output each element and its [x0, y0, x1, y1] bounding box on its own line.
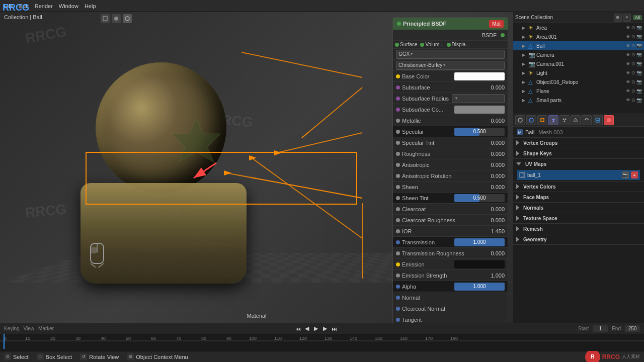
select-icon-btn[interactable]: ⊙	[4, 353, 11, 360]
subsurface-method-row[interactable]: Christiensen-Burley ▼	[393, 60, 508, 71]
particle-props-btn[interactable]	[559, 115, 570, 125]
texture-space-header[interactable]: Texture Space	[513, 213, 644, 223]
eye-btn[interactable]: 👁	[626, 34, 630, 39]
face-maps-header[interactable]: Face Maps	[513, 192, 644, 202]
eye-btn[interactable]: 👁	[626, 52, 630, 57]
jump-start-btn[interactable]: ⏮	[294, 325, 301, 332]
eye-btn[interactable]: 👁	[626, 79, 630, 84]
outliner-item-camera[interactable]: ▶ 📷 Camera 👁 ⊙ 📷	[513, 50, 644, 59]
select-mode-btn[interactable]	[101, 14, 110, 23]
outliner-item-area[interactable]: ▶ ☀ Area 👁 ⊙ 📷	[513, 23, 644, 32]
outliner-item-small-parts[interactable]: ▶ △ Small parts 👁 ⊙ 📷	[513, 96, 644, 105]
physics-props-btn[interactable]	[571, 115, 581, 125]
mat-row-ior[interactable]: IOR1.450	[393, 226, 508, 237]
outliner-settings-btn[interactable]: ≡	[623, 14, 631, 22]
render-btn[interactable]: 📷	[636, 61, 642, 66]
mat-bar-transmission[interactable]: 1.000	[454, 238, 505, 246]
mat-row-transmission[interactable]: Transmission 1.000	[393, 237, 508, 248]
mat-bar-sheen_tint[interactable]: 0.500	[454, 194, 505, 202]
start-frame-input[interactable]: 1	[593, 325, 608, 332]
outliner-item-area.001[interactable]: ▶ ☀ Area.001 👁 ⊙ 📷	[513, 32, 644, 41]
mat-row-specular[interactable]: Specular 0.500	[393, 126, 508, 137]
outliner-item-ball[interactable]: ▶ △ Ball 👁 ⊙ 📷	[513, 41, 644, 50]
mat-row-tangent[interactable]: Tangent	[393, 314, 508, 323]
play-btn[interactable]: ▶	[312, 325, 319, 332]
constraint-props-btn[interactable]	[582, 115, 592, 125]
render-btn[interactable]: 📷	[636, 34, 642, 39]
viewport-btn[interactable]: ⊙	[631, 70, 635, 75]
mat-row-emission_strength[interactable]: Emission Strength1.000	[393, 270, 508, 281]
rotate-icon-btn[interactable]: ↺	[80, 353, 87, 360]
mat-row-base_color[interactable]: Base Color	[393, 71, 508, 82]
eye-btn[interactable]: 👁	[626, 98, 630, 103]
scene-props-btn[interactable]	[515, 115, 525, 125]
outliner-all-tab[interactable]: All	[633, 15, 642, 20]
uv-camera-btn[interactable]: 📷	[622, 171, 629, 178]
render-btn[interactable]: 📷	[636, 43, 642, 48]
render-btn[interactable]: 📷	[636, 98, 642, 103]
mat-row-anisotropic[interactable]: Anisotropic0.000	[393, 159, 508, 170]
eye-btn[interactable]: 👁	[626, 61, 630, 66]
mat-row-roughness[interactable]: Roughness0.000	[393, 148, 508, 159]
viewport-btn[interactable]: ⊙	[631, 52, 635, 57]
end-frame-input[interactable]: 250	[625, 325, 640, 332]
mat-button[interactable]: Mat	[489, 20, 504, 28]
viewport-btn[interactable]: ⊙	[631, 61, 635, 66]
shape-keys-header[interactable]: Shape Keys	[513, 148, 644, 158]
render-btn[interactable]: 📷	[636, 25, 642, 30]
render-btn[interactable]: 📷	[636, 70, 642, 75]
viewport-btn[interactable]: ⊙	[631, 25, 635, 30]
outliner-item-camera.001[interactable]: ▶ 📷 Camera.001 👁 ⊙ 📷	[513, 59, 644, 68]
uv-vis-btn[interactable]: ●	[631, 171, 638, 178]
menu-render[interactable]: Render	[35, 3, 53, 9]
mat-row-subsurface_radius[interactable]: Subsurface Radius ▼	[393, 93, 508, 104]
subsurface-method-select[interactable]: Christiensen-Burley ▼	[396, 61, 505, 70]
mat-row-metallic[interactable]: Metallic0.000	[393, 115, 508, 126]
next-frame-btn[interactable]: ▶	[321, 325, 329, 332]
mat-row-alpha[interactable]: Alpha 1.000	[393, 281, 508, 292]
render-btn[interactable]: 📷	[636, 79, 642, 84]
uv-maps-header[interactable]: UV Maps	[513, 159, 644, 169]
distribution-row[interactable]: GGX ▼	[393, 49, 508, 60]
mat-row-clearcoat_roughness[interactable]: Clearcoat Roughness0.000	[393, 215, 508, 226]
render-btn[interactable]: 📷	[636, 88, 642, 94]
viewport-btn[interactable]: ⊙	[631, 88, 635, 94]
data-props-btn[interactable]	[593, 115, 603, 125]
remesh-header[interactable]: Remesh	[513, 224, 644, 234]
outliner-filter-btn[interactable]: ⊞	[614, 14, 622, 22]
mat-row-clearcoat_normal[interactable]: Clearcoat Normal	[393, 303, 508, 314]
viewport-btn[interactable]: ⊙	[631, 79, 635, 84]
render-btn[interactable]: 📷	[636, 52, 642, 57]
distribution-select[interactable]: GGX ▼	[396, 50, 505, 59]
prev-frame-btn[interactable]: ◀	[303, 325, 310, 332]
vertex-colors-header[interactable]: Vertex Colors	[513, 182, 644, 192]
outliner-item-object016_retopo[interactable]: ▶ △ Object016_Retopo 👁 ⊙ 📷	[513, 77, 644, 86]
mat-row-normal[interactable]: Normal	[393, 292, 508, 303]
box-select-icon-btn[interactable]: □	[37, 353, 44, 360]
mat-row-sheen[interactable]: Sheen0.000	[393, 182, 508, 193]
eye-btn[interactable]: 👁	[626, 25, 630, 30]
mat-row-transmission_roughness[interactable]: Transmission Roughness0.000	[393, 248, 508, 259]
material-props-btn[interactable]	[604, 115, 614, 125]
mat-color-base_color[interactable]	[454, 72, 505, 80]
context-menu-icon-btn[interactable]: ☰	[127, 353, 134, 360]
object-props-btn[interactable]	[537, 115, 547, 125]
mat-color-subsurface_co[interactable]	[454, 106, 505, 114]
jump-end-btn[interactable]: ⏭	[331, 325, 338, 332]
viewport-btn[interactable]: ⊙	[631, 43, 635, 48]
mat-row-clearcoat[interactable]: Clearcoat0.000	[393, 204, 508, 215]
menu-help[interactable]: Help	[85, 3, 96, 9]
timeline-view-label[interactable]: View	[24, 326, 35, 331]
world-props-btn[interactable]	[526, 115, 536, 125]
mat-bar-alpha[interactable]: 1.000	[454, 283, 505, 291]
uv-map-item[interactable]: ball_1 📷 ●	[517, 170, 640, 180]
viewport-overlay-btn[interactable]	[123, 14, 132, 23]
mat-row-sheen_tint[interactable]: Sheen Tint 0.500	[393, 193, 508, 204]
viewport-btn[interactable]: ⊙	[631, 98, 635, 103]
outliner-item-light[interactable]: ▶ ☀ Light 👁 ⊙ 📷	[513, 68, 644, 77]
viewport-shading-btn[interactable]	[112, 14, 121, 23]
vertex-groups-header[interactable]: Vertex Groups	[513, 138, 644, 148]
mat-row-subsurface[interactable]: Subsurface0.000	[393, 82, 508, 93]
mat-row-emission[interactable]: Emission	[393, 259, 508, 270]
mat-color-emission[interactable]	[454, 260, 505, 268]
